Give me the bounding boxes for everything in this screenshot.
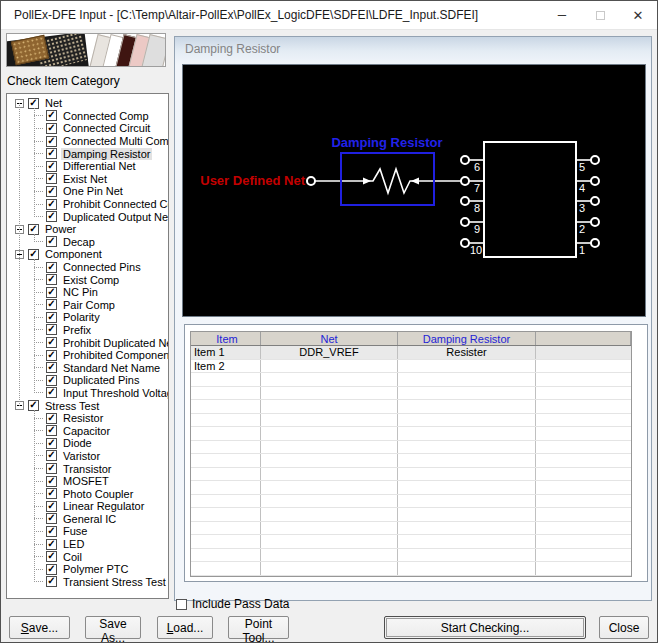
close-button[interactable]: Close: [599, 616, 649, 639]
table-cell[interactable]: [536, 387, 631, 400]
checkbox-checked-icon[interactable]: [46, 576, 57, 587]
table-cell[interactable]: [191, 400, 261, 413]
point-tool-button[interactable]: Point Tool...: [228, 616, 289, 639]
table-cell[interactable]: [261, 373, 398, 386]
collapse-minus-icon[interactable]: [15, 250, 24, 259]
checkbox-checked-icon[interactable]: [46, 564, 57, 575]
tree-item-led[interactable]: LED: [7, 538, 168, 551]
table-cell[interactable]: [536, 562, 631, 575]
checkbox-checked-icon[interactable]: [46, 287, 57, 298]
tree-item-standard-net-name[interactable]: Standard Net Name: [7, 361, 168, 374]
checkbox-checked-icon[interactable]: [46, 350, 57, 361]
tree-item-pair-comp[interactable]: Pair Comp: [7, 299, 168, 312]
tree-item-capacitor[interactable]: Capacitor: [7, 424, 168, 437]
tree-item-varistor[interactable]: Varistor: [7, 450, 168, 463]
table-cell[interactable]: [398, 562, 536, 575]
table-cell[interactable]: [536, 508, 631, 521]
table-cell[interactable]: [536, 346, 631, 359]
tree-item-transient-stress-test[interactable]: Transient Stress Test: [7, 576, 168, 589]
table-cell[interactable]: Item 2: [191, 360, 261, 373]
table-cell[interactable]: [536, 427, 631, 440]
check-item-tree[interactable]: NetConnected CompConnected CircuitConnec…: [6, 93, 169, 599]
table-cell[interactable]: [398, 454, 536, 467]
table-cell[interactable]: [398, 373, 536, 386]
table-cell[interactable]: [536, 360, 631, 373]
collapse-minus-icon[interactable]: [15, 99, 24, 108]
tree-item-nc-pin[interactable]: NC Pin: [7, 286, 168, 299]
table-row[interactable]: [191, 387, 631, 401]
table-row[interactable]: [191, 508, 631, 522]
table-cell[interactable]: [536, 373, 631, 386]
tree-item-polarity[interactable]: Polarity: [7, 311, 168, 324]
tree-item-resistor[interactable]: Resistor: [7, 412, 168, 425]
table-cell[interactable]: [261, 562, 398, 575]
table-cell[interactable]: Item 1: [191, 346, 261, 359]
table-cell[interactable]: [536, 481, 631, 494]
table-cell[interactable]: [261, 454, 398, 467]
table-cell[interactable]: [536, 549, 631, 562]
tree-item-duplicated-pins[interactable]: Duplicated Pins: [7, 374, 168, 387]
table-cell[interactable]: [261, 508, 398, 521]
table-row[interactable]: [191, 414, 631, 428]
table-cell[interactable]: [536, 454, 631, 467]
results-table[interactable]: ItemNetDamping ResistorItem 1DDR_VREFRes…: [190, 331, 632, 577]
table-cell[interactable]: [536, 535, 631, 548]
checkbox-checked-icon[interactable]: [46, 501, 57, 512]
checkbox-checked-icon[interactable]: [46, 476, 57, 487]
table-row[interactable]: Item 2: [191, 360, 631, 374]
table-cell[interactable]: [536, 522, 631, 535]
start-checking-button[interactable]: Start Checking...: [384, 616, 586, 639]
table-cell[interactable]: [261, 481, 398, 494]
table-row[interactable]: [191, 549, 631, 563]
tree-item-exist-net[interactable]: Exist Net: [7, 173, 168, 186]
table-cell[interactable]: [191, 387, 261, 400]
table-cell[interactable]: [191, 427, 261, 440]
tree-item-prohibited-component[interactable]: Prohibited Component: [7, 349, 168, 362]
tree-item-prohibit-connected-comp[interactable]: Prohibit Connected Comp: [7, 198, 168, 211]
schematic-canvas[interactable]: User Defined Net Damping Resistor 6 7 8 …: [182, 64, 646, 317]
table-row[interactable]: [191, 522, 631, 536]
tree-item-one-pin-net[interactable]: One Pin Net: [7, 185, 168, 198]
table-cell[interactable]: [191, 414, 261, 427]
tree-item-differential-net[interactable]: Differential Net: [7, 160, 168, 173]
tree-item-connected-multi-comp[interactable]: Connected Multi Comp: [7, 135, 168, 148]
table-cell[interactable]: [398, 495, 536, 508]
tree-item-transistor[interactable]: Transistor: [7, 462, 168, 475]
table-cell[interactable]: [261, 427, 398, 440]
table-row[interactable]: [191, 468, 631, 482]
table-cell[interactable]: [536, 414, 631, 427]
table-cell[interactable]: [261, 387, 398, 400]
table-row[interactable]: [191, 441, 631, 455]
tree-item-general-ic[interactable]: General IC: [7, 513, 168, 526]
checkbox-checked-icon[interactable]: [46, 425, 57, 436]
tree-item-connected-circuit[interactable]: Connected Circuit: [7, 122, 168, 135]
table-cell[interactable]: [398, 481, 536, 494]
checkbox-checked-icon[interactable]: [46, 312, 57, 323]
tree-item-connected-pins[interactable]: Connected Pins: [7, 261, 168, 274]
table-cell[interactable]: [398, 400, 536, 413]
table-cell[interactable]: [398, 508, 536, 521]
table-cell[interactable]: [398, 522, 536, 535]
table-cell[interactable]: [261, 495, 398, 508]
tree-item-fuse[interactable]: Fuse: [7, 525, 168, 538]
checkbox-checked-icon[interactable]: [46, 299, 57, 310]
checkbox-checked-icon[interactable]: [46, 513, 57, 524]
table-row[interactable]: [191, 454, 631, 468]
checkbox-checked-icon[interactable]: [46, 161, 57, 172]
table-cell[interactable]: [536, 468, 631, 481]
tree-item-duplicated-output-net[interactable]: Duplicated Output Net: [7, 210, 168, 223]
tree-item-connected-comp[interactable]: Connected Comp: [7, 110, 168, 123]
checkbox-checked-icon[interactable]: [46, 236, 57, 247]
checkbox-checked-icon[interactable]: [46, 463, 57, 474]
table-cell[interactable]: [261, 400, 398, 413]
table-row[interactable]: [191, 400, 631, 414]
close-icon[interactable]: [619, 1, 657, 30]
table-row[interactable]: [191, 373, 631, 387]
checkbox-checked-icon[interactable]: [46, 413, 57, 424]
table-row[interactable]: [191, 495, 631, 509]
table-cell[interactable]: DDR_VREF: [261, 346, 398, 359]
table-cell[interactable]: [261, 441, 398, 454]
checkbox-checked-icon[interactable]: [46, 262, 57, 273]
table-cell[interactable]: [191, 481, 261, 494]
checkbox-checked-icon[interactable]: [46, 450, 57, 461]
